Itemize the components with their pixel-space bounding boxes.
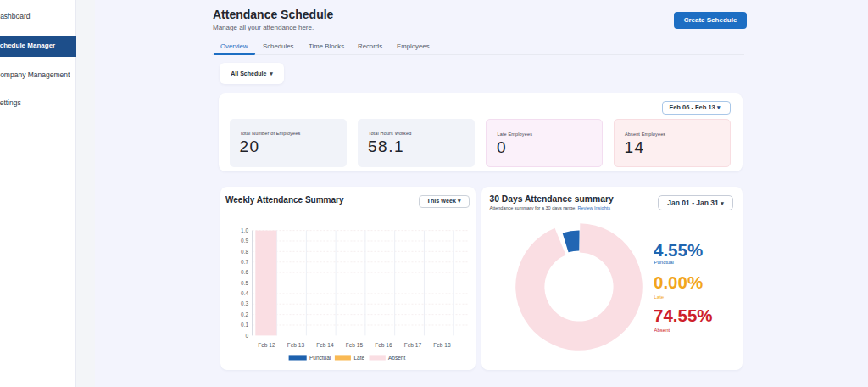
- svg-text:Punctual: Punctual: [309, 355, 331, 361]
- svg-text:0.2: 0.2: [241, 311, 248, 317]
- svg-text:Late: Late: [354, 355, 365, 361]
- svg-text:Feb 12: Feb 12: [258, 342, 275, 348]
- svg-text:Feb 17: Feb 17: [404, 342, 422, 348]
- svg-text:Feb 14: Feb 14: [316, 342, 334, 348]
- svg-text:0.1: 0.1: [241, 322, 248, 328]
- svg-text:Feb 15: Feb 15: [346, 342, 364, 348]
- svg-text:Feb 16: Feb 16: [375, 342, 392, 348]
- svg-text:Absent: Absent: [388, 355, 405, 361]
- svg-text:Feb 18: Feb 18: [433, 342, 451, 348]
- svg-text:0.5: 0.5: [241, 280, 248, 286]
- svg-text:0: 0: [245, 333, 248, 339]
- svg-text:0.4: 0.4: [241, 290, 248, 296]
- svg-text:0.6: 0.6: [241, 269, 248, 275]
- svg-text:0.7: 0.7: [241, 259, 248, 265]
- svg-text:Feb 13: Feb 13: [287, 342, 305, 348]
- svg-text:0.3: 0.3: [241, 300, 248, 306]
- svg-text:0.9: 0.9: [241, 238, 248, 244]
- svg-text:1.0: 1.0: [241, 227, 248, 233]
- svg-text:0.8: 0.8: [241, 249, 248, 255]
